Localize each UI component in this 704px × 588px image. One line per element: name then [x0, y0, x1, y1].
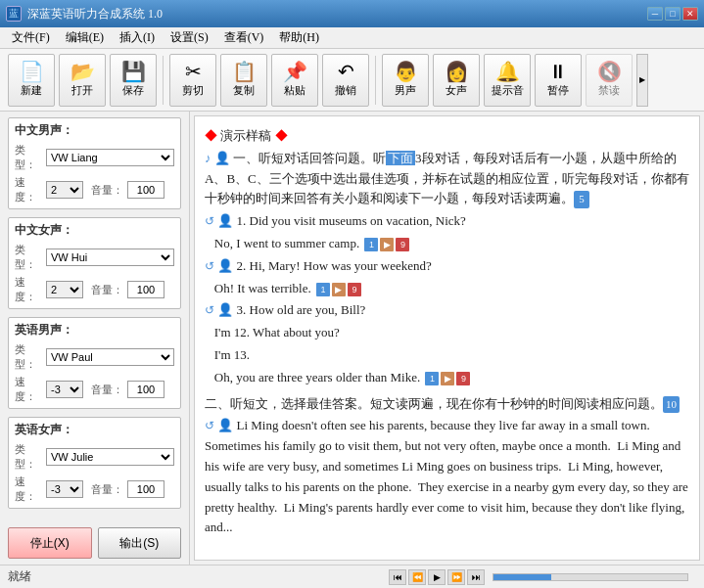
- chinese-male-type-select[interactable]: VW Liang: [46, 149, 174, 166]
- dialog2-controls: 1 ▶ 9: [316, 283, 361, 296]
- speed-label-1: 速度：: [15, 275, 42, 304]
- menu-bar: 文件(F) 编辑(E) 插入(I) 设置(S) 查看(V) 帮助(H): [0, 27, 704, 49]
- menu-file[interactable]: 文件(F): [4, 27, 58, 48]
- english-female-type-select[interactable]: VW Julie: [46, 448, 174, 466]
- output-button[interactable]: 输出(S): [98, 527, 182, 559]
- type-label-2: 类型：: [15, 342, 42, 372]
- close-button[interactable]: ✕: [682, 7, 698, 21]
- dialog1-btn1[interactable]: 1: [364, 238, 378, 251]
- copy-button[interactable]: 📋 复制: [220, 54, 267, 107]
- person-icon-3a: 👤: [217, 302, 233, 317]
- english-male-volume-input[interactable]: [127, 381, 164, 398]
- chinese-female-speed-select[interactable]: 2: [46, 281, 83, 298]
- replay-icon-3[interactable]: ↺: [205, 301, 214, 320]
- badge-5: 5: [574, 191, 589, 208]
- stop-button[interactable]: 停止(X): [8, 527, 92, 559]
- pause-icon: ⏸: [548, 62, 568, 81]
- media-next[interactable]: ⏭: [467, 569, 485, 585]
- demo-diamond-left: ◆: [205, 128, 217, 143]
- english-female-volume-input[interactable]: [127, 480, 164, 498]
- demo-title-text: 演示样稿: [220, 128, 271, 143]
- chinese-male-speed-select[interactable]: 2: [46, 181, 83, 199]
- progress-bar[interactable]: [493, 573, 688, 581]
- paste-label: 粘贴: [284, 83, 305, 98]
- what-word: What: [253, 325, 280, 339]
- media-controls: ⏮ ⏪ ▶ ⏩ ⏭: [389, 569, 485, 585]
- separator-2: [375, 56, 376, 105]
- cut-button[interactable]: ✂ 剪切: [169, 54, 216, 107]
- replay-icon-2[interactable]: ↺: [205, 257, 214, 276]
- english-female-speed-select[interactable]: -3: [46, 480, 83, 498]
- new-button[interactable]: 📄 新建: [8, 54, 55, 107]
- chinese-male-title: 中文男声：: [15, 122, 174, 139]
- dialog1-btn2[interactable]: ▶: [380, 238, 394, 251]
- save-icon: 💾: [121, 62, 146, 81]
- person-icon-male: 👤: [214, 151, 230, 165]
- new-icon: 📄: [20, 62, 44, 81]
- female-voice-button[interactable]: 👩 女声: [433, 54, 480, 107]
- mute-icon: 🔇: [597, 62, 622, 81]
- volume-label-1: 音量：: [91, 283, 123, 297]
- cut-label: 剪切: [182, 83, 204, 98]
- dialog3-btn2[interactable]: ▶: [441, 372, 454, 385]
- male-voice-label: 男声: [395, 83, 416, 98]
- english-female-type-row: 类型： VW Julie: [15, 442, 174, 472]
- speed-label-3: 速度：: [15, 475, 42, 504]
- volume-label-3: 音量：: [91, 482, 123, 497]
- dialog2-btn1[interactable]: 1: [316, 283, 330, 296]
- chinese-female-section: 中文女声： 类型： VW Hui 速度： 2 音量：: [8, 217, 181, 309]
- chinese-female-type-select[interactable]: VW Hui: [46, 249, 174, 266]
- english-female-section: 英语女声： 类型： VW Julie 速度： -3 音量：: [8, 417, 181, 509]
- menu-edit[interactable]: 编辑(E): [58, 27, 112, 48]
- english-male-speed-select[interactable]: -3: [46, 381, 83, 398]
- dialog1-btn3[interactable]: 9: [396, 238, 409, 251]
- undo-button[interactable]: ↶ 撤销: [322, 54, 369, 107]
- mute-button[interactable]: 🔇 禁读: [586, 54, 633, 107]
- action-buttons: 停止(X) 输出(S): [8, 523, 181, 559]
- replay-icon-long[interactable]: ↺: [205, 417, 214, 435]
- chinese-male-section: 中文男声： 类型： VW Liang 速度： 2 音量：: [8, 117, 181, 209]
- content-area[interactable]: ◆ 演示样稿 ◆ ♪ 👤 一、听短对话回答问题。听下面3段对话，每段对话后有一小…: [194, 115, 700, 561]
- menu-settings[interactable]: 设置(S): [163, 27, 216, 48]
- media-prev[interactable]: ⏮: [389, 569, 406, 585]
- male-voice-button[interactable]: 👨 男声: [382, 54, 429, 107]
- chinese-male-volume-input[interactable]: [127, 181, 164, 199]
- title-bar: 蓝 深蓝英语听力合成系统 1.0 ─ □ ✕: [0, 0, 704, 27]
- toolbar-scroll-right[interactable]: ▶: [636, 54, 648, 107]
- separator-1: [163, 56, 164, 105]
- beep-label: 提示音: [492, 83, 524, 98]
- status-bar: 就绪 ⏮ ⏪ ▶ ⏩ ⏭: [0, 565, 704, 588]
- undo-icon: ↶: [338, 62, 354, 81]
- replay-icon-1[interactable]: ↺: [205, 212, 214, 231]
- type-label-1: 类型：: [15, 243, 42, 272]
- section2-title: 二、听短文，选择最佳答案。短文读两遍，现在你有十秒钟的时间阅读相应问题。10: [205, 394, 689, 415]
- dialog2-btn3[interactable]: 9: [348, 283, 361, 296]
- cut-icon: ✂: [185, 62, 202, 81]
- speed-label-0: 速度：: [15, 175, 42, 204]
- maximize-button[interactable]: □: [665, 7, 681, 21]
- paste-button[interactable]: 📌 粘贴: [271, 54, 318, 107]
- english-male-type-select[interactable]: VW Paul: [46, 348, 174, 366]
- beep-button[interactable]: 🔔 提示音: [484, 54, 531, 107]
- left-panel: 中文男声： 类型： VW Liang 速度： 2 音量： 中文女声： 类型：: [0, 112, 190, 565]
- dialog3-btn3[interactable]: 9: [456, 372, 470, 385]
- media-play[interactable]: ▶: [428, 569, 446, 585]
- menu-insert[interactable]: 插入(I): [112, 27, 163, 48]
- new-label: 新建: [21, 83, 42, 98]
- media-forward[interactable]: ⏩: [447, 569, 465, 585]
- menu-view[interactable]: 查看(V): [216, 27, 272, 48]
- pause-button[interactable]: ⏸ 暂停: [535, 54, 582, 107]
- open-button[interactable]: 📂 打开: [59, 54, 106, 107]
- main-area: 中文男声： 类型： VW Liang 速度： 2 音量： 中文女声： 类型：: [0, 112, 704, 565]
- chinese-female-volume-input[interactable]: [127, 281, 164, 298]
- female-voice-label: 女声: [446, 83, 467, 98]
- chinese-female-speed-row: 速度： 2 音量：: [15, 275, 174, 304]
- save-button[interactable]: 💾 保存: [110, 54, 157, 107]
- type-label-0: 类型：: [15, 143, 42, 172]
- dialog2-btn2[interactable]: ▶: [332, 283, 346, 296]
- dialog3-btn1[interactable]: 1: [425, 372, 439, 385]
- menu-help[interactable]: 帮助(H): [271, 27, 327, 48]
- demo-title: ◆ 演示样稿 ◆: [205, 126, 689, 147]
- minimize-button[interactable]: ─: [647, 7, 663, 21]
- media-rewind[interactable]: ⏪: [408, 569, 426, 585]
